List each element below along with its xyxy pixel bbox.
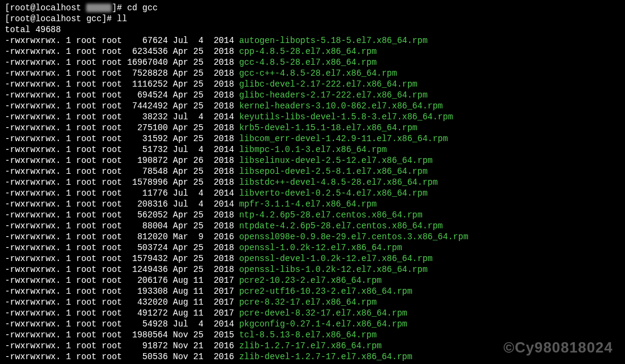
filename: pcre-8.32-17.el7.x86_64.rpm [239,297,376,307]
filename: libcom_err-devel-1.42.9-11.el7.x86_64.rp… [239,134,447,144]
filename: zlib-1.2.7-17.el7.x86_64.rpm [239,341,381,351]
file-row: -rwxrwxrwx. 1 root root 78548 Apr 25 201… [5,166,620,177]
file-row: -rwxrwxrwx. 1 root root 503724 Apr 25 20… [5,242,620,253]
filename: pcre-devel-8.32-17.el7.x86_64.rpm [239,308,407,318]
file-row: -rwxrwxrwx. 1 root root 88004 Apr 25 201… [5,220,620,231]
file-row: -rwxrwxrwx. 1 root root 1980564 Nov 25 2… [5,329,620,340]
file-row: -rwxrwxrwx. 1 root root 67624 Jul 4 2014… [5,35,620,46]
filename: openssl-devel-1.0.2k-12.el7.x86_64.rpm [239,254,432,263]
prompt-line: [root@localhost gcc]# ll [5,13,620,24]
file-row: -rwxrwxrwx. 1 root root 694524 Apr 25 20… [5,90,620,101]
file-row: -rwxrwxrwx. 1 root root 6234536 Apr 25 2… [5,46,620,57]
filename: libselinux-devel-2.5-12.el7.x86_64.rpm [239,156,432,165]
file-row: -rwxrwxrwx. 1 root root 1249436 Apr 25 2… [5,264,620,275]
file-row: -rwxrwxrwx. 1 root root 491272 Aug 11 20… [5,308,620,319]
filename: libstdc++-devel-4.8.5-28.el7.x86_64.rpm [239,177,438,187]
file-row: -rwxrwxrwx. 1 root root 7528828 Apr 25 2… [5,68,620,79]
filename: gcc-4.8.5-28.el7.x86_64.rpm [239,58,376,67]
filename: ntpdate-4.2.6p5-28.el7.centos.x86_64.rpm [239,221,443,231]
filename: krb5-devel-1.15.1-18.el7.x86_64.rpm [239,123,417,133]
filename: libverto-devel-0.2.5-4.el7.x86_64.rpm [239,188,427,198]
file-row: -rwxrwxrwx. 1 root root 562052 Apr 25 20… [5,210,620,220]
filename: glibc-headers-2.17-222.el7.x86_64.rpm [239,90,427,100]
filename: libmpc-1.0.1-3.el7.x86_64.rpm [239,145,387,154]
file-row: -rwxrwxrwx. 1 root root 1116252 Apr 25 2… [5,79,620,90]
filename: glibc-devel-2.17-222.el7.x86_64.rpm [239,79,417,89]
file-row: -rwxrwxrwx. 1 root root 1579432 Apr 25 2… [5,253,620,264]
filename: openssl-libs-1.0.2k-12.el7.x86_64.rpm [239,265,427,274]
file-row: -rwxrwxrwx. 1 root root 11776 Jul 4 2014… [5,188,620,199]
file-row: -rwxrwxrwx. 1 root root 54928 Jul 4 2014… [5,319,620,329]
filename: cpp-4.8.5-28.el7.x86_64.rpm [239,47,376,56]
filename: ntp-4.2.6p5-28.el7.centos.x86_64.rpm [239,210,422,220]
filename: mpfr-3.1.1-4.el7.x86_64.rpm [239,199,376,209]
file-row: -rwxrwxrwx. 1 root root 190872 Apr 26 20… [5,155,620,166]
filename: zlib-devel-1.2.7-17.el7.x86_64.rpm [239,352,412,362]
filename: openssl098e-0.9.8e-29.el7.centos.3.x86_6… [239,232,468,242]
prompt-line: [root@localhost ]# cd gcc [5,2,620,13]
file-row: -rwxrwxrwx. 1 root root 1578996 Apr 25 2… [5,177,620,188]
file-row: -rwxrwxrwx. 1 root root 16967040 Apr 25 … [5,57,620,68]
redacted-hostname [86,4,112,12]
file-row: -rwxrwxrwx. 1 root root 31592 Apr 25 201… [5,133,620,144]
file-row: -rwxrwxrwx. 1 root root 50536 Nov 21 201… [5,351,620,362]
filename: tcl-8.5.13-8.el7.x86_64.rpm [239,330,376,340]
file-row: -rwxrwxrwx. 1 root root 7442492 Apr 25 2… [5,101,620,111]
filename: autogen-libopts-5.18-5.el7.x86_64.rpm [239,36,427,45]
file-row: -rwxrwxrwx. 1 root root 275100 Apr 25 20… [5,122,620,133]
file-row: -rwxrwxrwx. 1 root root 193308 Aug 11 20… [5,286,620,297]
filename: keyutils-libs-devel-1.5.8-3.el7.x86_64.r… [239,112,453,122]
file-row: -rwxrwxrwx. 1 root root 91872 Nov 21 201… [5,340,620,351]
terminal-output[interactable]: [root@localhost ]# cd gcc[root@localhost… [5,2,620,362]
file-row: -rwxrwxrwx. 1 root root 432020 Aug 11 20… [5,297,620,308]
file-row: -rwxrwxrwx. 1 root root 206176 Aug 11 20… [5,275,620,286]
filename: gcc-c++-4.8.5-28.el7.x86_64.rpm [239,68,396,78]
filename: pcre2-10.23-2.el7.x86_64.rpm [239,276,381,285]
filename: openssl-1.0.2k-12.el7.x86_64.rpm [239,243,402,253]
file-row: -rwxrwxrwx. 1 root root 38232 Jul 4 2014… [5,111,620,122]
file-row: -rwxrwxrwx. 1 root root 812020 Mar 9 201… [5,231,620,242]
file-row: -rwxrwxrwx. 1 root root 51732 Jul 4 2014… [5,144,620,155]
filename: pcre2-utf16-10.23-2.el7.x86_64.rpm [239,286,412,296]
filename: libsepol-devel-2.5-8.1.el7.x86_64.rpm [239,167,427,176]
total-line: total 49688 [5,24,620,35]
filename: kernel-headers-3.10.0-862.el7.x86_64.rpm [239,101,443,111]
file-row: -rwxrwxrwx. 1 root root 208316 Jul 4 201… [5,199,620,210]
filename: pkgconfig-0.27.1-4.el7.x86_64.rpm [239,319,407,329]
